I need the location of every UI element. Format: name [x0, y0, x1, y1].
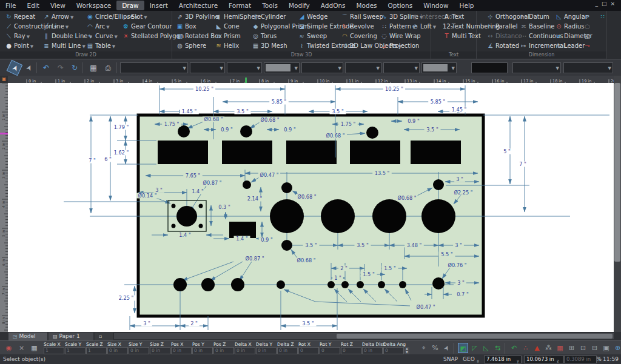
- center-hole[interactable]: [176, 206, 197, 227]
- pilot-hole[interactable]: [172, 204, 176, 208]
- hole[interactable]: [421, 199, 455, 233]
- select-fence-icon[interactable]: ⇆: [492, 343, 503, 353]
- fill-combo[interactable]: ▼: [421, 62, 457, 73]
- field-input[interactable]: 1: [65, 347, 86, 354]
- spinner[interactable]: ▲▼: [404, 347, 409, 354]
- hole[interactable]: [357, 281, 364, 288]
- hole[interactable]: [372, 199, 406, 233]
- vertical-scrollbar[interactable]: [614, 76, 621, 332]
- hole[interactable]: [432, 277, 445, 290]
- field-input[interactable]: 1: [86, 347, 107, 354]
- coord-z[interactable]: 0.3089 in: [564, 356, 597, 363]
- hole[interactable]: [433, 179, 444, 190]
- select-tool[interactable]: ➤: [7, 60, 23, 76]
- menu-help[interactable]: Help: [454, 1, 480, 10]
- field-input[interactable]: 0 in: [107, 347, 128, 354]
- nodes-icon[interactable]: ⁂: [543, 343, 554, 353]
- hole[interactable]: [277, 280, 285, 289]
- slot-cutout[interactable]: [222, 141, 272, 164]
- hole[interactable]: [243, 180, 251, 189]
- hole[interactable]: [281, 182, 292, 193]
- datum-target-icon[interactable]: ⊸: [582, 41, 594, 51]
- hole[interactable]: [173, 278, 187, 291]
- menu-addons[interactable]: AddOns: [315, 1, 351, 10]
- tab-model[interactable]: ◳Model: [8, 333, 47, 340]
- field-input[interactable]: 0 in: [256, 347, 277, 354]
- window-controls[interactable]: _□×: [595, 1, 619, 7]
- pilot-hole[interactable]: [172, 224, 176, 228]
- selector-stamp-icon[interactable]: ◉: [4, 343, 14, 353]
- horizontal-scrollbar[interactable]: [114, 333, 614, 339]
- ribbon-projection[interactable]: ⊿Projection: [379, 41, 424, 51]
- weight-combo[interactable]: ▼: [345, 62, 381, 73]
- geo-toggle[interactable]: GEO: [463, 354, 475, 364]
- hole[interactable]: [281, 240, 292, 251]
- slot-cutout[interactable]: [411, 141, 461, 164]
- field-input[interactable]: 0 in: [171, 347, 192, 354]
- hole[interactable]: [399, 281, 406, 288]
- hole[interactable]: [321, 199, 355, 233]
- coord-x[interactable]: 7.4618 in: [484, 356, 522, 363]
- field-input[interactable]: 0 in: [129, 347, 149, 354]
- layer-combo[interactable]: ▼: [227, 62, 262, 73]
- undo-selection-icon[interactable]: ↶: [509, 343, 519, 353]
- ribbon-table[interactable]: ▦Table▼: [85, 41, 139, 51]
- menu-window[interactable]: Window: [418, 1, 454, 10]
- workplane-combo[interactable]: ▼: [512, 62, 561, 73]
- menu-options[interactable]: Options: [383, 1, 418, 10]
- material-swatch[interactable]: [471, 62, 508, 73]
- select-mode-icon[interactable]: ◩: [458, 343, 468, 353]
- drawing-canvas[interactable]: 10.25 "10.25 "5.85 "5.85 "1.45 "3.5 "3.5…: [8, 83, 614, 332]
- hole[interactable]: [231, 278, 244, 291]
- zoom-percent-icon[interactable]: %: [430, 343, 440, 353]
- hole[interactable]: [270, 199, 304, 233]
- grid-dot-icon[interactable]: ⊡: [578, 343, 588, 353]
- hole[interactable]: [341, 281, 349, 288]
- hole[interactable]: [327, 281, 335, 288]
- menu-modes[interactable]: Modes: [351, 1, 383, 10]
- hole[interactable]: [240, 125, 252, 137]
- tolerance-icon[interactable]: ◱: [582, 31, 594, 41]
- slot-cutout[interactable]: [350, 141, 400, 164]
- slot-cutout[interactable]: [158, 141, 208, 164]
- vertical-scroll-thumb[interactable]: [614, 83, 620, 262]
- field-input[interactable]: 0 in: [362, 347, 383, 354]
- field-input[interactable]: 1: [44, 347, 64, 354]
- field-input[interactable]: 0: [383, 347, 404, 354]
- pick-point-icon[interactable]: ➤: [440, 341, 454, 355]
- undo-button[interactable]: ↶: [40, 62, 52, 74]
- tab-new[interactable]: ▫: [95, 333, 113, 340]
- redo-button[interactable]: ↷: [55, 62, 67, 74]
- table-button[interactable]: ▦: [87, 62, 99, 74]
- deselect-icon[interactable]: ×: [16, 343, 27, 353]
- grid-red-icon[interactable]: ▦: [555, 343, 565, 353]
- field-input[interactable]: 0 in: [277, 347, 298, 354]
- menu-modify[interactable]: Modify: [283, 1, 315, 10]
- field-input[interactable]: 0: [298, 347, 319, 354]
- hole[interactable]: [201, 278, 215, 291]
- field-input[interactable]: 0 in: [235, 347, 255, 354]
- snap-toggle[interactable]: SNAP: [443, 354, 458, 364]
- menu-draw[interactable]: Draw: [116, 1, 144, 10]
- node-edit-tool[interactable]: ➤: [21, 60, 38, 76]
- hole[interactable]: [178, 125, 190, 137]
- style-combo[interactable]: ▼: [120, 62, 188, 73]
- menu-format[interactable]: Format: [223, 1, 257, 10]
- horizontal-scroll-thumb[interactable]: [337, 334, 613, 339]
- ribbon-wire-wrap[interactable]: ◌Wire Wrap: [379, 31, 424, 41]
- quick-dimension-icon[interactable]: ⇗: [582, 12, 594, 22]
- select-open-icon[interactable]: ◸: [469, 343, 480, 353]
- selection-info-icon[interactable]: ▦: [29, 343, 39, 353]
- menu-tools[interactable]: Tools: [257, 1, 283, 10]
- field-input[interactable]: 0 in: [213, 347, 234, 354]
- slot-cutout[interactable]: [286, 141, 337, 164]
- hole[interactable]: [378, 281, 385, 288]
- field-input[interactable]: 0: [320, 347, 340, 354]
- smart-dimension-icon[interactable]: ∷: [597, 12, 609, 22]
- pilot-hole[interactable]: [199, 224, 203, 228]
- add-grid-icon[interactable]: ⊕: [613, 343, 621, 353]
- snap-points-icon[interactable]: ∴: [520, 343, 531, 353]
- grid-plus-icon[interactable]: ⊞: [566, 343, 577, 353]
- grid-minus-icon[interactable]: ⊟: [589, 343, 600, 353]
- field-input[interactable]: 0: [341, 347, 361, 354]
